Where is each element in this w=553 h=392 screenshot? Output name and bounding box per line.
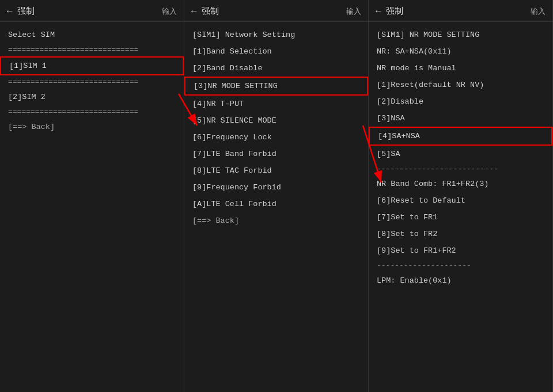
set-fr1-item[interactable]: [7]Set to FR1 xyxy=(369,209,552,226)
back-arrow-2[interactable]: ← xyxy=(191,6,197,17)
header-left-3: ← 强制 xyxy=(376,6,403,17)
band-disable-item[interactable]: [2]Band Disable xyxy=(184,60,368,77)
band-selection-item[interactable]: [1]Band Selection xyxy=(184,43,368,60)
panel-1-action: 输入 xyxy=(162,6,177,17)
nr-silence-item[interactable]: [5]NR SILENCE MODE xyxy=(184,112,368,129)
sa-item[interactable]: [5]SA xyxy=(369,146,552,162)
lte-tac-forbid-item[interactable]: [8]LTE TAC Forbid xyxy=(184,162,368,179)
sa-nsa-item[interactable]: [4]SA+NSA xyxy=(369,127,552,146)
nr-band-comb-item: NR Band Comb: FR1+FR2(3) xyxy=(369,176,552,192)
back-item-1[interactable]: [==> Back] xyxy=(0,119,184,135)
panel-1: ← 强制 输入 Select SIM =====================… xyxy=(0,0,184,392)
panel-3-content: [SIM1] NR MODE SETTING NR: SA+NSA(0x11) … xyxy=(369,22,552,392)
set-fr2-item[interactable]: [8]Set to FR2 xyxy=(369,226,552,242)
reset-nr-item[interactable]: [1]Reset(default NR NV) xyxy=(369,77,552,93)
nr-tput-item[interactable]: [4]NR T-PUT xyxy=(184,96,368,112)
panel-2-content: [SIM1] Network Setting [1]Band Selection… xyxy=(184,22,368,392)
sim1-item[interactable]: [1]SIM 1 xyxy=(0,56,184,75)
panels-container: ← 强制 输入 Select SIM =====================… xyxy=(0,0,553,392)
panel-2-action: 输入 xyxy=(346,6,361,17)
nr-mode-setting-item[interactable]: [3]NR MODE SETTING xyxy=(184,77,368,96)
sep-1c: ============================= xyxy=(0,105,184,119)
sep-3b: --------------------- xyxy=(369,259,552,272)
panel-2-header: ← 强制 输入 xyxy=(184,0,368,22)
lpm-enable-item: LPM: Enable(0x1) xyxy=(369,272,552,289)
network-setting-item[interactable]: [SIM1] Network Setting xyxy=(184,26,368,43)
panel-1-title: 强制 xyxy=(17,6,35,17)
set-fr1-fr2-item[interactable]: [9]Set to FR1+FR2 xyxy=(369,242,552,259)
panel-3-header: ← 强制 输入 xyxy=(369,0,552,22)
lte-band-forbid-item[interactable]: [7]LTE Band Forbid xyxy=(184,146,368,162)
sim2-item[interactable]: [2]SIM 2 xyxy=(0,89,184,105)
freq-lock-item[interactable]: [6]Frequency Lock xyxy=(184,129,368,146)
panel-3: ← 强制 输入 [SIM1] NR MODE SETTING NR: SA+NS… xyxy=(369,0,553,392)
freq-forbid-item[interactable]: [9]Frequency Forbid xyxy=(184,179,368,196)
panel-2: ← 强制 输入 [SIM1] Network Setting [1]Band S… xyxy=(184,0,369,392)
select-sim-label: Select SIM xyxy=(0,26,184,43)
panel-1-content: Select SIM =============================… xyxy=(0,22,184,392)
panel-3-action: 输入 xyxy=(531,6,546,17)
back-arrow-3[interactable]: ← xyxy=(376,6,381,17)
nr-manual-item: NR mode is Manual xyxy=(369,60,552,77)
nr-sa-nsa-item: NR: SA+NSA(0x11) xyxy=(369,43,552,60)
disable-item[interactable]: [2]Disable xyxy=(369,93,552,110)
back-arrow-1[interactable]: ← xyxy=(7,6,13,17)
sep-1b: ============================= xyxy=(0,75,184,89)
header-left-2: ← 强制 xyxy=(191,6,219,17)
sim1-nr-mode-item: [SIM1] NR MODE SETTING xyxy=(369,26,552,43)
lte-cell-forbid-item[interactable]: [A]LTE Cell Forbid xyxy=(184,196,368,212)
sep-1a: ============================= xyxy=(0,43,184,56)
nsa-item[interactable]: [3]NSA xyxy=(369,110,552,127)
reset-default-item[interactable]: [6]Reset to Default xyxy=(369,192,552,209)
panel-2-title: 强制 xyxy=(202,6,219,17)
panel-3-title: 强制 xyxy=(386,6,403,17)
back-item-2[interactable]: [==> Back] xyxy=(184,212,368,229)
header-left-1: ← 强制 xyxy=(7,6,35,17)
panel-1-header: ← 强制 输入 xyxy=(0,0,184,22)
sep-3a: --------------------------- xyxy=(369,162,552,176)
